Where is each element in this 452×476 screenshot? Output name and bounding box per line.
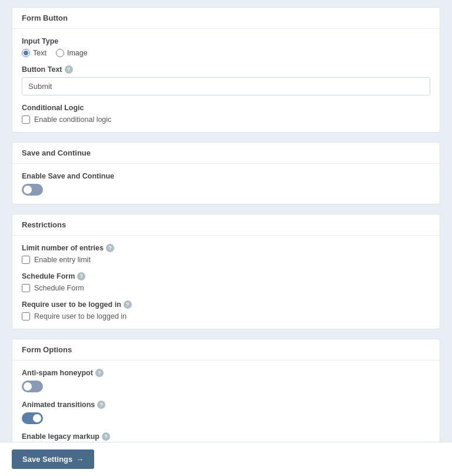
input-type-field: Input Type Text Image (22, 37, 430, 57)
schedule-form-field: Schedule Form ? Schedule Form (22, 272, 430, 292)
radio-image-option[interactable]: Image (56, 49, 88, 57)
button-text-field: Button Text ? (22, 65, 430, 95)
enable-save-continue-field: Enable Save and Continue (22, 172, 430, 196)
radio-text-input[interactable] (22, 49, 30, 57)
animated-transitions-slider (22, 412, 43, 424)
limit-entries-checkbox-label: Enable entry limit (34, 256, 91, 264)
limit-entries-label: Limit number of entries ? (22, 244, 430, 252)
animated-transitions-help-icon[interactable]: ? (97, 401, 105, 409)
save-continue-title: Save and Continue (12, 143, 440, 164)
radio-image-label: Image (67, 49, 88, 57)
antispam-help-icon[interactable]: ? (95, 369, 104, 377)
restrictions-title: Restrictions (12, 214, 440, 236)
antispam-field: Anti-spam honeypot ? (22, 369, 430, 392)
enable-save-continue-toggle-wrapper (22, 184, 430, 196)
enable-save-continue-label: Enable Save and Continue (22, 172, 430, 180)
antispam-label: Anti-spam honeypot ? (22, 369, 430, 377)
radio-text-option[interactable]: Text (22, 49, 46, 57)
require-login-help-icon[interactable]: ? (124, 300, 132, 309)
antispam-slider (22, 381, 43, 392)
antispam-toggle-wrapper (22, 381, 430, 392)
save-settings-arrow: → (76, 455, 84, 464)
require-login-checkbox-label: Require user to be logged in (34, 312, 127, 320)
schedule-form-help-icon[interactable]: ? (77, 272, 85, 280)
animated-transitions-label: Animated transitions ? (22, 401, 430, 409)
conditional-logic-field: Conditional Logic Enable conditional log… (22, 104, 430, 124)
conditional-logic-checkbox-label: Enable conditional logic (34, 115, 111, 124)
legacy-markup-label: Enable legacy markup ? (22, 432, 430, 441)
limit-entries-checkbox-wrapper[interactable]: Enable entry limit (22, 256, 430, 264)
legacy-markup-help-icon[interactable]: ? (102, 432, 110, 441)
schedule-form-checkbox[interactable] (22, 284, 30, 292)
animated-transitions-toggle[interactable] (22, 412, 43, 424)
form-button-title: Form Button (12, 8, 440, 29)
button-text-help-icon[interactable]: ? (65, 65, 73, 74)
save-settings-label: Save Settings (22, 455, 72, 464)
limit-entries-checkbox[interactable] (22, 256, 30, 264)
schedule-form-checkbox-label: Schedule Form (34, 284, 84, 292)
schedule-form-label: Schedule Form ? (22, 272, 430, 280)
form-options-title: Form Options (12, 339, 440, 361)
require-login-field: Require user to be logged in ? Require u… (22, 300, 430, 320)
enable-save-continue-toggle[interactable] (22, 184, 43, 196)
save-settings-button[interactable]: Save Settings → (12, 449, 94, 469)
conditional-logic-label: Conditional Logic (22, 104, 430, 112)
antispam-toggle[interactable] (22, 381, 43, 392)
button-text-label: Button Text ? (22, 65, 430, 74)
limit-entries-field: Limit number of entries ? Enable entry l… (22, 244, 430, 264)
animated-transitions-toggle-wrapper (22, 412, 430, 424)
input-type-radio-group: Text Image (22, 49, 430, 57)
enable-save-continue-slider (22, 184, 43, 196)
conditional-logic-checkbox[interactable] (22, 115, 30, 124)
form-button-section: Form Button Input Type Text Image (12, 7, 440, 133)
require-login-checkbox[interactable] (22, 312, 30, 320)
animated-transitions-field: Animated transitions ? (22, 401, 430, 424)
conditional-logic-checkbox-wrapper[interactable]: Enable conditional logic (22, 115, 430, 124)
save-bar: Save Settings → (0, 442, 452, 476)
input-type-label: Input Type (22, 37, 430, 45)
restrictions-section: Restrictions Limit number of entries ? E… (12, 214, 440, 329)
schedule-form-checkbox-wrapper[interactable]: Schedule Form (22, 284, 430, 292)
require-login-checkbox-wrapper[interactable]: Require user to be logged in (22, 312, 430, 320)
button-text-input[interactable] (22, 77, 430, 95)
limit-entries-help-icon[interactable]: ? (106, 244, 114, 252)
radio-image-input[interactable] (56, 49, 64, 57)
save-continue-section: Save and Continue Enable Save and Contin… (12, 142, 440, 204)
radio-text-label: Text (33, 49, 46, 57)
require-login-label: Require user to be logged in ? (22, 300, 430, 309)
